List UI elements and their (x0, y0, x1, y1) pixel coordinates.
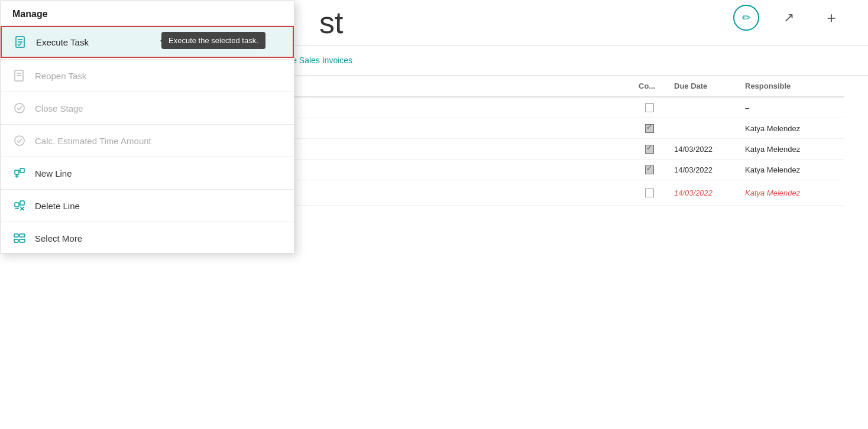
select-more-icon (12, 231, 27, 245)
execute-task-item[interactable]: Execute Task Execute the selected task. (1, 26, 294, 58)
svg-point-7 (15, 136, 24, 145)
select-more-label: Select More (35, 233, 82, 243)
new-line-icon (12, 166, 27, 180)
svg-rect-9 (20, 168, 24, 173)
share-icon-btn[interactable]: ↗ (776, 5, 802, 31)
execute-task-tooltip: Execute the selected task. (161, 32, 265, 49)
task1-completed-cell[interactable] (631, 118, 667, 139)
svg-rect-8 (15, 170, 19, 174)
execute-task-label: Execute Task (36, 37, 89, 47)
divider4 (1, 157, 294, 157)
reopen-task-icon (12, 69, 27, 83)
close-stage-label: Close Stage (35, 103, 83, 113)
divider5 (1, 189, 294, 190)
col-responsible: Responsible (738, 76, 844, 97)
delete-line-item[interactable]: Delete Line (1, 191, 294, 220)
stage-completed-cell[interactable] (631, 97, 667, 118)
share-icon: ↗ (783, 10, 794, 25)
top-right-icons: ✏ ↗ + (733, 5, 844, 31)
calc-estimated-item[interactable]: Calc. Estimated Time Amount (1, 126, 294, 155)
reopen-task-label: Reopen Task (35, 71, 86, 81)
task3-due-date: 14/03/2022 (667, 160, 738, 180)
execute-task-icon (14, 35, 28, 49)
task2-due-date: 14/03/2022 (667, 139, 738, 160)
new-line-item[interactable]: New Line (1, 158, 294, 188)
svg-rect-18 (20, 234, 25, 237)
task3-completed-cell[interactable] (631, 160, 667, 180)
delete-line-icon (12, 199, 27, 213)
divider1 (1, 59, 294, 60)
svg-rect-19 (14, 239, 18, 242)
task1-due-date (667, 118, 738, 139)
svg-rect-13 (20, 201, 24, 205)
close-stage-item[interactable]: Close Stage (1, 93, 294, 123)
dropdown-header: Manage (1, 1, 294, 26)
select-more-item[interactable]: Select More (1, 223, 294, 253)
svg-point-6 (15, 103, 24, 113)
add-icon-btn[interactable]: + (818, 5, 844, 31)
divider3 (1, 124, 294, 125)
delete-line-label: Delete Line (35, 201, 80, 211)
task1-responsible: Katya Melendez (738, 118, 844, 139)
calc-estimated-icon (12, 134, 27, 148)
divider2 (1, 92, 294, 92)
stage-due-date (667, 97, 738, 118)
calc-estimated-label: Calc. Estimated Time Amount (35, 136, 151, 146)
reopen-task-item[interactable]: Reopen Task (1, 61, 294, 90)
highlight-due-date: 14/03/2022 (667, 180, 738, 206)
new-line-label: New Line (35, 168, 72, 178)
task2-responsible: Katya Melendez (738, 139, 844, 160)
highlight-responsible: Katya Melendez (738, 180, 844, 206)
task2-completed-cell[interactable] (631, 139, 667, 160)
plus-icon: + (827, 9, 835, 27)
svg-rect-12 (15, 203, 19, 207)
highlight-completed-cell[interactable] (631, 180, 667, 206)
svg-rect-17 (14, 234, 18, 237)
manage-dropdown: Manage Execute Task Execute the selected… (0, 0, 294, 254)
stage-responsible: – (738, 97, 844, 118)
col-completed: Co... (631, 76, 667, 97)
col-due-date: Due Date (667, 76, 738, 97)
close-stage-icon (12, 101, 27, 115)
edit-icon: ✏ (742, 11, 751, 24)
divider6 (1, 222, 294, 222)
edit-icon-btn[interactable]: ✏ (733, 5, 759, 31)
task3-responsible: Katya Melendez (738, 160, 844, 180)
svg-rect-20 (20, 239, 25, 242)
